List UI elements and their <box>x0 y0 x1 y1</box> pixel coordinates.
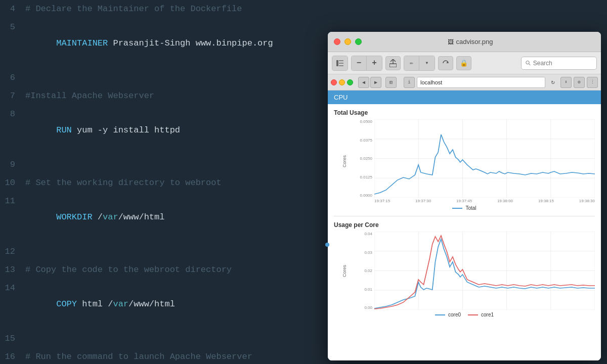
title-label: cadvisor.png <box>456 38 493 46</box>
y-tick: 0.04 <box>364 232 372 236</box>
y-axis-label-core: Cores <box>342 264 347 277</box>
download-button[interactable]: ⬇ <box>560 77 572 88</box>
search-input[interactable] <box>533 60 592 67</box>
svg-rect-0 <box>336 60 338 66</box>
viewer-window: 🖼 cadvisor.png − + ✏️ ▼ 🔒 <box>328 32 601 360</box>
rotate-button[interactable] <box>438 56 453 70</box>
svg-point-6 <box>526 61 529 64</box>
svg-rect-4 <box>389 64 397 67</box>
cpu-label: CPU <box>334 94 348 101</box>
x-tick: 19:38:30 <box>579 199 595 203</box>
zoom-group: − + <box>351 56 382 71</box>
zoom-out-button[interactable]: − <box>352 56 367 70</box>
y-tick: 0.0500 <box>360 119 372 124</box>
annotate-dropdown[interactable]: ▼ <box>419 56 435 70</box>
back-button[interactable]: ◀ <box>358 77 369 88</box>
share-button[interactable] <box>385 56 401 70</box>
y-tick: 0.02 <box>364 268 372 273</box>
total-usage-chart <box>374 119 595 198</box>
y-tick: 0.00 <box>364 305 372 310</box>
refresh-button[interactable]: ↻ <box>547 77 558 88</box>
legend-label-total: Total <box>465 205 476 211</box>
browser-traffic-lights <box>331 79 353 85</box>
sidebar-toggle-group <box>332 56 348 71</box>
zoom-in-button[interactable]: + <box>367 56 382 70</box>
more-button[interactable]: ⋮ <box>587 77 598 88</box>
y-tick: 0.0125 <box>360 175 372 179</box>
close-button[interactable] <box>334 38 340 45</box>
info-button[interactable]: i <box>404 77 415 88</box>
x-tick: 19:38:00 <box>497 199 513 203</box>
y-tick: 0.03 <box>364 250 372 255</box>
y-axis-label-total: Cores <box>342 155 347 167</box>
x-tick: 19:37:15 <box>374 199 390 203</box>
usage-per-core-title: Usage per Core <box>334 221 595 229</box>
cadvisor-content: CPU Total Usage Cores 0.0500 0.0375 0.02… <box>328 90 601 360</box>
annotate-button[interactable]: ✏️ <box>404 56 419 70</box>
x-tick: 19:37:30 <box>415 199 431 203</box>
usage-per-core-chart <box>374 232 595 310</box>
window-title: 🖼 cadvisor.png <box>345 38 595 46</box>
lock-button[interactable]: 🔒 <box>456 56 471 70</box>
viewer-toolbar: − + ✏️ ▼ 🔒 <box>328 52 601 74</box>
svg-rect-1 <box>339 60 343 61</box>
y-tick: 0.0375 <box>360 138 372 143</box>
legend-line-total <box>452 208 462 209</box>
sidebar-toggle-button[interactable] <box>332 56 348 70</box>
url-bar[interactable]: localhost <box>417 77 545 88</box>
annotate-group: ✏️ ▼ <box>404 56 435 71</box>
legend-label-core0: core0 <box>448 312 461 317</box>
legend-line-core0 <box>435 314 445 315</box>
sidebar-nav-button[interactable]: ⊞ <box>385 77 397 88</box>
search-box[interactable] <box>521 57 597 70</box>
usage-per-core-legend: core0 core1 <box>334 312 595 317</box>
viewer-titlebar: 🖼 cadvisor.png <box>328 32 601 52</box>
forward-button[interactable]: ▶ <box>370 77 381 88</box>
browser-minimize[interactable] <box>339 79 345 85</box>
scroll-indicator <box>325 243 329 247</box>
total-usage-legend: Total <box>334 205 595 211</box>
settings-button[interactable]: ⚙ <box>574 77 585 88</box>
svg-rect-2 <box>339 63 343 64</box>
browser-nav: ◀ ▶ <box>358 77 381 88</box>
legend-line-core1 <box>468 314 478 315</box>
code-line-4: 4 # Declare the Maintainer of the Docker… <box>0 0 607 18</box>
x-tick: 19:38:15 <box>538 199 554 203</box>
url-text: localhost <box>420 79 442 85</box>
y-tick: 0.0250 <box>360 156 372 161</box>
search-icon <box>526 60 531 66</box>
y-tick: 0.01 <box>364 287 372 292</box>
total-usage-title: Total Usage <box>334 109 595 116</box>
x-tick: 19:37:45 <box>456 199 472 203</box>
browser-close[interactable] <box>331 79 337 85</box>
cpu-section-header: CPU <box>328 90 601 104</box>
svg-rect-3 <box>339 65 343 66</box>
usage-per-core-section: Usage per Core Cores 0.04 0.03 0.02 0.01… <box>328 216 601 323</box>
legend-label-core1: core1 <box>481 312 494 317</box>
svg-line-7 <box>529 64 531 65</box>
total-usage-section: Total Usage Cores 0.0500 0.0375 0.0250 0… <box>328 104 601 216</box>
y-tick: 0.0000 <box>360 193 372 198</box>
browser-maximize[interactable] <box>347 79 353 85</box>
browser-bar: ◀ ▶ ⊞ i localhost ↻ ⬇ ⚙ ⋮ <box>328 74 601 90</box>
